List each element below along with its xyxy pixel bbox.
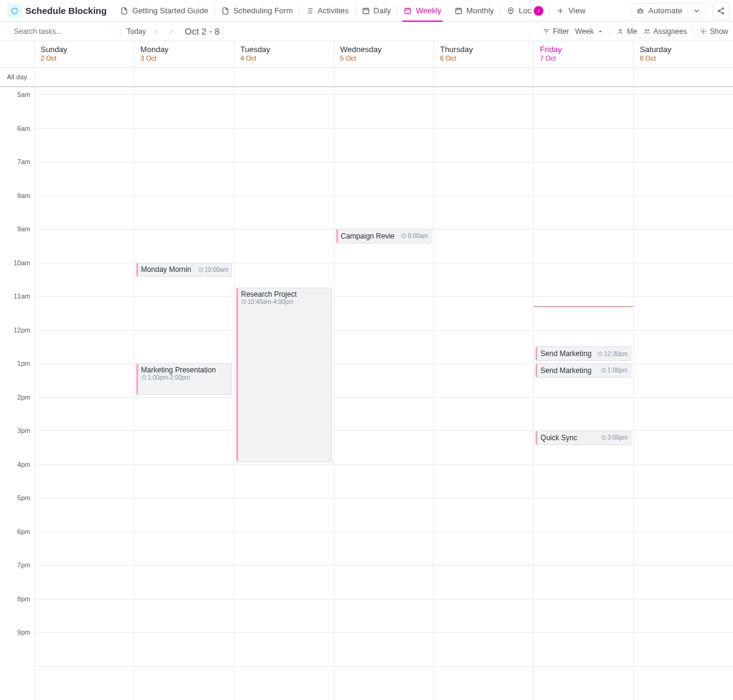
tab-daily[interactable]: Daily [356,0,397,21]
now-indicator [534,306,633,307]
automate-label: Automate [648,6,682,15]
chevron-down-icon [108,28,110,35]
tab-weekly[interactable]: Weekly [397,0,447,21]
svg-point-10 [722,12,723,13]
add-view-button[interactable]: View [550,0,591,21]
search-field[interactable] [14,27,105,36]
next-week-button[interactable] [165,25,177,38]
time-label: 8am [18,192,30,199]
allday-cell[interactable] [35,68,134,86]
prev-week-button[interactable] [150,25,162,38]
search-icon [8,28,10,35]
chevron-down-icon [692,7,701,15]
page-title: Schedule Blocking [25,5,107,16]
day-header-saturday[interactable]: Saturday8 Oct [634,41,733,67]
filterbar: Today Oct 2 - 8 Filter Week Me Assignees… [0,22,733,41]
automate-button[interactable]: Automate [631,3,706,18]
time-label: 7pm [18,561,30,569]
allday-cell[interactable] [634,68,733,86]
allday-cell[interactable] [434,68,534,86]
event[interactable]: Send Marketing12:30pm [536,346,631,361]
day-columns: Monday Mornin10:00amMarketing Presentati… [35,87,733,700]
day-column-wednesday[interactable]: Campaign Revie9:00am [334,87,434,700]
allday-cell[interactable] [534,68,634,86]
day-column-saturday[interactable] [634,87,733,700]
share-icon [717,7,725,15]
day-column-thursday[interactable] [434,87,534,700]
allday-label: All day [0,68,35,86]
event-time: 1:00pm [601,367,628,374]
svg-rect-2 [405,8,411,13]
tab-monthly[interactable]: Monthly [448,0,500,21]
day-header-sunday[interactable]: Sunday2 Oct [35,41,134,67]
gear-icon [700,28,707,35]
date-range: Oct 2 - 8 [185,26,220,36]
tab-scheduling-form[interactable]: Scheduling Form [215,0,299,21]
time-label: 5am [18,91,30,98]
chevron-right-icon [168,28,174,35]
app-logo[interactable] [7,4,22,18]
event-time: 10:45am-4:00pm [241,299,328,305]
share-button[interactable] [712,2,729,19]
event-time: 12:30pm [597,351,628,357]
day-header-wednesday[interactable]: Wednesday5 Oct [334,41,434,67]
event[interactable]: Monday Mornin10:00am [136,263,232,277]
time-label: 10am [13,259,30,266]
time-label: 9am [18,225,30,233]
day-column-tuesday[interactable]: Research Project10:45am-4:00pm [234,87,334,700]
search-input[interactable] [5,26,114,37]
allday-cell[interactable] [234,68,334,86]
event-time: 3:00pm [601,434,628,441]
time-label: 7am [18,158,30,165]
show-button[interactable]: Show [700,27,728,36]
svg-point-4 [510,9,511,10]
day-header-monday[interactable]: Monday3 Oct [134,41,234,67]
svg-point-14 [648,30,649,31]
event-title: Monday Mornin [141,265,198,274]
time-label: 2pm [18,394,30,401]
day-column-monday[interactable]: Monday Mornin10:00amMarketing Presentati… [134,87,234,700]
allday-cell[interactable] [134,68,234,86]
day-header-tuesday[interactable]: Tuesday4 Oct [234,41,334,67]
tab-getting-started-guide[interactable]: Getting Started Guide [114,0,214,21]
time-label: 4pm [18,461,30,468]
event-title: Research Project [241,290,328,299]
svg-point-0 [12,8,17,13]
event-title: Quick Sync [540,434,601,442]
day-column-sunday[interactable] [35,87,134,700]
svg-point-6 [639,11,640,12]
today-button[interactable]: Today [127,27,146,36]
view-tabs: Getting Started GuideScheduling FormActi… [114,0,591,21]
week-dropdown[interactable]: Week [575,27,603,36]
day-header-friday[interactable]: Friday7 Oct [534,41,634,67]
tab-loc[interactable]: Loc [500,0,549,21]
svg-point-7 [642,11,642,12]
event[interactable]: Send Marketing1:00pm [536,363,631,378]
event[interactable]: Research Project10:45am-4:00pm [236,288,332,461]
topbar: Schedule Blocking Getting Started GuideS… [0,0,733,22]
svg-point-13 [645,29,647,31]
event-time: 10:00am [198,266,228,273]
event[interactable]: Campaign Revie9:00am [336,229,432,243]
svg-rect-1 [363,8,368,13]
event-title: Send Marketing [540,349,597,358]
day-header-thursday[interactable]: Thursday6 Oct [434,41,534,67]
svg-point-15 [702,30,704,32]
time-label: 12pm [13,326,30,334]
calendar-day-header: Sunday2 OctMonday3 OctTuesday4 OctWednes… [0,41,733,68]
svg-rect-3 [456,8,461,13]
event-title: Campaign Revie [341,232,402,240]
day-column-friday[interactable]: Send Marketing12:30pmSend Marketing1:00p… [534,87,634,700]
event[interactable]: Marketing Presentation1:00pm-2:00pm [136,363,232,395]
svg-point-9 [718,10,719,11]
me-button[interactable]: Me [617,27,637,36]
badge-icon [534,6,543,16]
allday-cell[interactable] [334,68,434,86]
filter-button[interactable]: Filter [543,27,569,36]
svg-point-8 [722,7,723,8]
tab-activities[interactable]: Activities [299,0,354,21]
event[interactable]: Quick Sync3:00pm [536,431,631,445]
robot-icon [636,7,645,15]
assignees-button[interactable]: Assignees [643,27,687,36]
calendar-grid[interactable]: 5am6am7am8am9am10am11am12pm1pm2pm3pm4pm5… [0,87,733,700]
